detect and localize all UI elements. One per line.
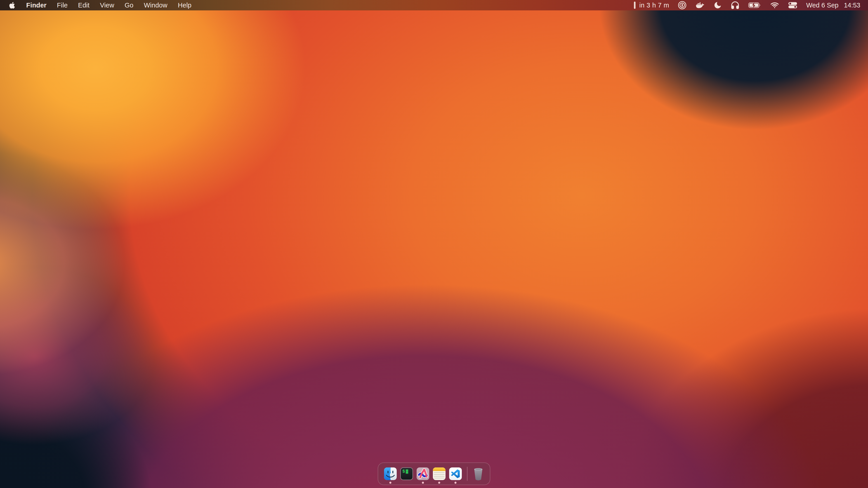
finder-icon (384, 467, 397, 480)
dock-item-finder[interactable] (384, 462, 397, 485)
status-password-manager[interactable] (678, 1, 687, 10)
docker-whale-icon (695, 1, 705, 9)
notes-header-band (433, 467, 445, 471)
menu-window[interactable]: Window (138, 0, 173, 10)
status-wifi[interactable] (770, 1, 779, 9)
trash-basket-icon (473, 467, 484, 480)
terminal-prompt: $ (402, 469, 408, 474)
running-indicator (390, 482, 392, 484)
running-indicator (438, 482, 440, 484)
status-audio-output[interactable] (731, 1, 740, 10)
menu-file[interactable]: File (52, 0, 73, 10)
dock-item-arc[interactable] (416, 462, 429, 485)
menu-finder[interactable]: Finder (21, 0, 52, 10)
dock-item-vscode[interactable] (449, 462, 462, 485)
status-docker[interactable] (695, 1, 705, 9)
running-indicator (422, 482, 424, 484)
menu-bar-menus: Finder File Edit View Go Window Help (0, 0, 197, 10)
vertical-bar-icon (633, 1, 636, 9)
terminal-cursor-block (406, 469, 408, 474)
vscode-icon (449, 467, 462, 480)
menu-edit[interactable]: Edit (73, 0, 95, 10)
menu-bar-status: in 3 h 7 m (633, 0, 868, 10)
menu-help[interactable]: Help (173, 0, 197, 10)
headphones-icon (731, 1, 740, 10)
status-battery[interactable] (748, 2, 761, 8)
apple-logo-icon (9, 2, 15, 9)
notes-ruled-lines (434, 473, 445, 479)
running-indicator (455, 482, 457, 484)
notes-icon (433, 467, 445, 480)
clock-date: Wed 6 Sep (806, 2, 838, 9)
status-caffeine-timer[interactable]: in 3 h 7 m (633, 1, 669, 9)
terminal-icon: $ (400, 467, 413, 480)
status-focus-mode[interactable] (713, 1, 722, 9)
apple-menu[interactable] (9, 2, 15, 9)
menu-bar-clock[interactable]: Wed 6 Sep 14:53 (806, 2, 860, 9)
wifi-icon (770, 1, 779, 9)
arc-a-ribbon-icon (416, 467, 429, 480)
dock-divider (467, 467, 467, 481)
dock: $ (378, 462, 490, 485)
menu-go[interactable]: Go (119, 0, 138, 10)
control-center-icon (788, 2, 798, 8)
caffeine-timer-text: in 3 h 7 m (639, 2, 669, 9)
moon-icon (713, 1, 722, 9)
battery-charging-icon (748, 2, 761, 8)
status-control-center[interactable] (788, 2, 798, 8)
menu-bar: Finder File Edit View Go Window Help in … (0, 0, 868, 10)
dock-item-trash[interactable] (473, 462, 484, 485)
desktop-wallpaper (0, 0, 868, 488)
dock-item-notes[interactable] (433, 462, 445, 485)
clock-time: 14:53 (844, 2, 860, 9)
keyhole-circle-icon (678, 1, 687, 10)
dock-item-terminal[interactable]: $ (400, 462, 413, 485)
menu-view[interactable]: View (95, 0, 119, 10)
